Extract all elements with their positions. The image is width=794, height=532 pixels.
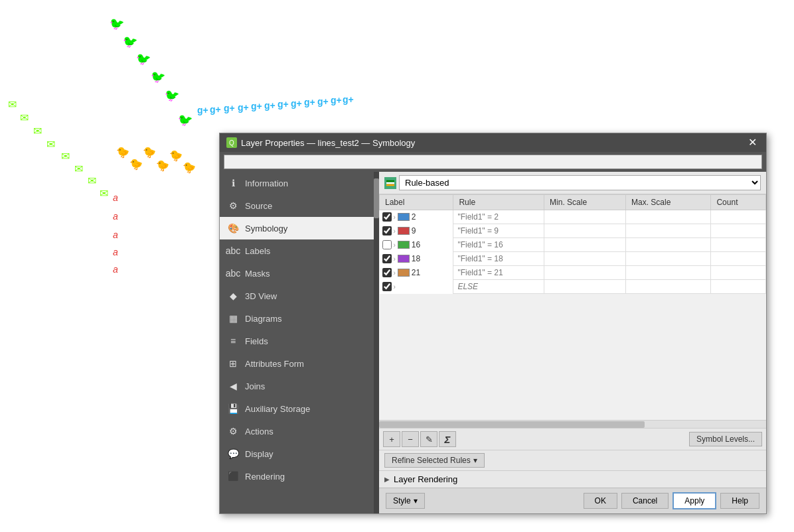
- sidebar-item-actions[interactable]: ⚙ Actions: [220, 420, 379, 442]
- row-checkbox-2[interactable]: [382, 240, 392, 249]
- table-hscroll-thumb[interactable]: [379, 421, 645, 428]
- help-button[interactable]: Help: [720, 493, 759, 509]
- search-input[interactable]: [224, 155, 762, 169]
- refine-button[interactable]: Refine Selected Rules ▾: [384, 453, 485, 468]
- col-count: Count: [711, 195, 766, 210]
- row-checkbox-1[interactable]: [382, 226, 392, 235]
- cell-minscale-4: [544, 266, 626, 280]
- sidebar-icon-fields: ≡: [226, 334, 240, 348]
- cancel-button[interactable]: Cancel: [621, 493, 669, 509]
- row-expand-2[interactable]: ›: [394, 241, 396, 249]
- sidebar-item-information[interactable]: ℹ Information: [220, 172, 379, 194]
- row-value-4: 21: [412, 268, 420, 277]
- sidebar-label-display: Display: [245, 449, 274, 459]
- sidebar-icon-auxiliary-storage: 💾: [226, 402, 240, 415]
- table-row[interactable]: › 16 "Field1" = 16: [380, 238, 766, 252]
- sidebar-item-diagrams[interactable]: ▦ Diagrams: [220, 307, 379, 330]
- cell-count-2: [711, 238, 766, 252]
- cell-maxscale-3: [625, 252, 710, 266]
- layer-rendering-triangle: ▶: [384, 476, 390, 483]
- cell-label-3: › 18: [380, 252, 453, 266]
- sidebar-item-fields[interactable]: ≡ Fields: [220, 330, 379, 352]
- layer-rendering-row[interactable]: ▶ Layer Rendering: [379, 470, 766, 488]
- sidebar-icon-labels: abc: [226, 244, 240, 257]
- close-button[interactable]: ✕: [746, 137, 759, 148]
- sidebar-label-source: Source: [245, 201, 272, 211]
- cell-maxscale-4: [625, 266, 710, 280]
- cell-maxscale-2: [625, 238, 710, 252]
- cell-rule-0: "Field1" = 2: [453, 210, 544, 224]
- sidebar-item-symbology[interactable]: 🎨 Symbology: [220, 217, 379, 239]
- sidebar-item-3dview[interactable]: ◆ 3D View: [220, 285, 379, 307]
- sidebar-scrollbar-thumb[interactable]: [374, 178, 379, 218]
- ok-button[interactable]: OK: [584, 493, 617, 509]
- style-button[interactable]: Style ▾: [386, 493, 425, 509]
- row-swatch-1[interactable]: [398, 227, 410, 235]
- sidebar-icon-rendering: ⬛: [226, 470, 240, 483]
- sidebar-item-rendering[interactable]: ⬛ Rendering: [220, 465, 379, 488]
- sidebar-label-auxiliary-storage: Auxiliary Storage: [245, 404, 310, 414]
- sidebar-label-information: Information: [245, 178, 288, 188]
- row-swatch-0[interactable]: [398, 213, 410, 221]
- cell-rule-4: "Field1" = 21: [453, 266, 544, 280]
- remove-rule-button[interactable]: −: [402, 431, 419, 447]
- sidebar-scrollbar[interactable]: [374, 172, 379, 513]
- search-bar: [220, 152, 766, 172]
- sidebar-item-display[interactable]: 💬 Display: [220, 442, 379, 465]
- row-checkbox-0[interactable]: [382, 212, 392, 222]
- table-row[interactable]: › 9 "Field1" = 9: [380, 224, 766, 238]
- row-expand-0[interactable]: ›: [394, 214, 396, 221]
- sidebar-item-labels[interactable]: abc Labels: [220, 239, 379, 262]
- cell-count-4: [711, 266, 766, 280]
- cell-maxscale-5: [625, 280, 710, 294]
- row-expand-5[interactable]: ›: [394, 283, 396, 291]
- cell-count-3: [711, 252, 766, 266]
- row-swatch-2[interactable]: [398, 241, 410, 249]
- sidebar-label-labels: Labels: [245, 246, 270, 256]
- table-hscroll[interactable]: [379, 420, 766, 428]
- sigma-button[interactable]: Σ: [439, 431, 456, 447]
- layer-properties-dialog: Q Layer Properties — lines_test2 — Symbo…: [219, 133, 767, 514]
- table-row[interactable]: › 2 "Field1" = 2: [380, 210, 766, 224]
- row-value-3: 18: [412, 254, 420, 263]
- edit-rule-button[interactable]: ✎: [420, 431, 437, 447]
- renderer-select[interactable]: Rule-based Single Symbol Categorized Gra…: [399, 175, 761, 190]
- cell-count-1: [711, 224, 766, 238]
- sidebar-label-diagrams: Diagrams: [245, 314, 282, 324]
- sidebar-item-auxiliary-storage[interactable]: 💾 Auxiliary Storage: [220, 397, 379, 420]
- sidebar-item-joins[interactable]: ◀ Joins: [220, 375, 379, 397]
- cell-minscale-5: [544, 280, 626, 294]
- sidebar: ℹ Information ⚙ Source 🎨 Symbology abc L…: [220, 172, 379, 513]
- cell-minscale-3: [544, 252, 626, 266]
- symbol-levels-button[interactable]: Symbol Levels...: [689, 432, 762, 446]
- sidebar-label-masks: Masks: [245, 269, 270, 279]
- cell-minscale-1: [544, 224, 626, 238]
- table-header-row: Label Rule Min. Scale Max. Scale Count: [380, 195, 766, 210]
- dialog-body: ℹ Information ⚙ Source 🎨 Symbology abc L…: [220, 172, 766, 513]
- table-row[interactable]: › 21 "Field1" = 21: [380, 266, 766, 280]
- row-expand-3[interactable]: ›: [394, 255, 396, 263]
- style-arrow: ▾: [414, 496, 418, 505]
- row-checkbox-4[interactable]: [382, 268, 392, 277]
- cell-count-5: [711, 280, 766, 294]
- row-expand-1[interactable]: ›: [394, 228, 396, 235]
- row-swatch-3[interactable]: [398, 255, 410, 263]
- renderer-icon: [384, 177, 396, 189]
- cell-rule-3: "Field1" = 18: [453, 252, 544, 266]
- row-swatch-4[interactable]: [398, 269, 410, 277]
- row-checkbox-5[interactable]: [382, 282, 392, 291]
- row-checkbox-3[interactable]: [382, 254, 392, 263]
- toolbar-row: + − ✎ Σ Symbol Levels...: [379, 428, 766, 450]
- add-rule-button[interactable]: +: [383, 431, 400, 447]
- apply-button[interactable]: Apply: [673, 492, 716, 509]
- cell-label-1: › 9: [380, 224, 453, 238]
- table-row[interactable]: › ELSE: [380, 280, 766, 294]
- row-expand-4[interactable]: ›: [394, 269, 396, 277]
- title-bar-title: Q Layer Properties — lines_test2 — Symbo…: [226, 137, 415, 148]
- cell-rule-2: "Field1" = 16: [453, 238, 544, 252]
- sidebar-item-attributes-form[interactable]: ⊞ Attributes Form: [220, 352, 379, 375]
- sidebar-item-masks[interactable]: abc Masks: [220, 262, 379, 285]
- table-row[interactable]: › 18 "Field1" = 18: [380, 252, 766, 266]
- sidebar-item-source[interactable]: ⚙ Source: [220, 194, 379, 217]
- col-max-scale: Max. Scale: [625, 195, 710, 210]
